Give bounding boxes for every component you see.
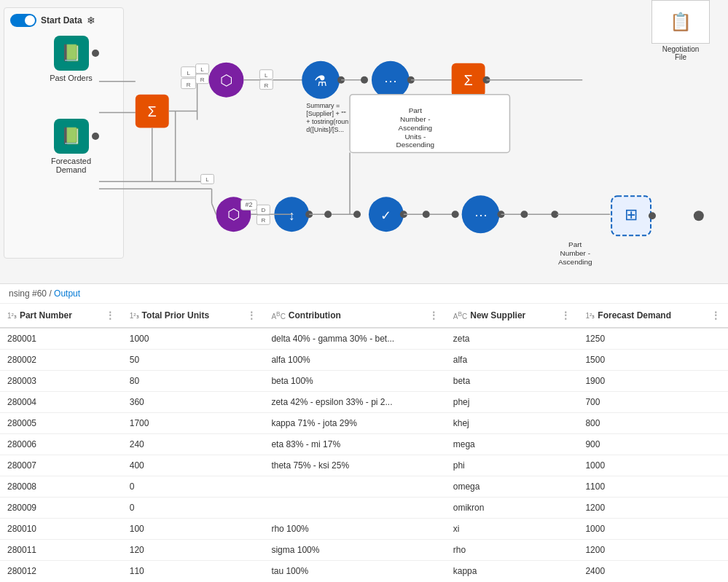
cell-new-supplier: omega xyxy=(446,476,579,498)
table-row[interactable]: 280009 0 omikron 1200 xyxy=(0,498,728,519)
cell-part-number: 280003 xyxy=(0,371,122,392)
cell-part-number: 280012 xyxy=(0,561,122,582)
col-contribution[interactable]: ABC Contribution ⋮ xyxy=(264,304,445,328)
cell-total-prior-units: 50 xyxy=(122,350,265,371)
table-area: nsing #60 / Output 1²₃ Part Number ⋮ xyxy=(0,284,728,582)
canvas-area: 📋 Negotiation File Start Data ❄ 📗 Past O… xyxy=(0,0,728,284)
col-total-prior-units-menu[interactable]: ⋮ xyxy=(246,310,257,321)
cell-total-prior-units: 0 xyxy=(122,498,265,519)
header-row: 1²₃ Part Number ⋮ 1²₃ Total Prior Units … xyxy=(0,304,728,328)
table-row[interactable]: 280011 120 sigma 100% rho 1200 xyxy=(0,540,728,561)
col-forecast-demand[interactable]: 1²₃ Forecast Demand ⋮ xyxy=(578,304,728,328)
svg-point-62 xyxy=(324,211,332,218)
table-row[interactable]: 280006 240 eta 83% - mi 17% mega 900 xyxy=(0,434,728,455)
svg-text:Ascending: Ascending xyxy=(558,258,592,266)
table-row[interactable]: 280001 1000 delta 40% - gamma 30% - bet.… xyxy=(0,328,728,350)
cell-new-supplier: kappa xyxy=(446,561,579,582)
col-new-supplier[interactable]: ABC New Supplier ⋮ xyxy=(446,304,579,328)
svg-text:Number -: Number - xyxy=(560,249,590,257)
cell-part-number: 280009 xyxy=(0,498,122,519)
col-new-supplier-menu[interactable]: ⋮ xyxy=(560,310,571,321)
svg-text:⊞: ⊞ xyxy=(625,205,638,224)
breadcrumb-link[interactable]: Output xyxy=(54,288,80,299)
cell-total-prior-units: 110 xyxy=(122,561,265,582)
col-total-prior-units-type: 1²₃ xyxy=(130,312,139,320)
cell-new-supplier: alfa xyxy=(446,350,579,371)
cell-forecast-demand: 800 xyxy=(578,413,728,434)
svg-text:R: R xyxy=(264,82,268,89)
col-contribution-label: Contribution xyxy=(289,310,341,321)
table-row[interactable]: 280007 400 theta 75% - ksi 25% phi 1000 xyxy=(0,455,728,476)
svg-text:R: R xyxy=(261,217,265,224)
cell-contribution: tau 100% xyxy=(264,561,445,582)
col-forecast-demand-label: Forecast Demand xyxy=(598,310,671,321)
cell-contribution xyxy=(264,476,445,498)
cell-part-number: 280008 xyxy=(0,476,122,498)
svg-text:⬡: ⬡ xyxy=(227,206,240,222)
table-row[interactable]: 280012 110 tau 100% kappa 2400 xyxy=(0,561,728,582)
svg-text:✓: ✓ xyxy=(380,208,391,223)
svg-text:L: L xyxy=(206,176,209,183)
table-header: 1²₃ Part Number ⋮ 1²₃ Total Prior Units … xyxy=(0,304,728,328)
col-part-number-menu[interactable]: ⋮ xyxy=(105,310,115,321)
svg-text:d([Units]/[S...: d([Units]/[S... xyxy=(306,126,344,133)
cell-new-supplier: zeta xyxy=(446,328,579,350)
col-contribution-menu[interactable]: ⋮ xyxy=(428,310,439,321)
svg-point-64 xyxy=(353,211,361,218)
svg-point-26 xyxy=(361,76,368,84)
cell-contribution: delta 40% - gamma 30% - bet... xyxy=(264,328,445,350)
cell-total-prior-units: 120 xyxy=(122,540,265,561)
col-forecast-demand-menu[interactable]: ⋮ xyxy=(711,310,721,321)
cell-contribution: theta 75% - ksi 25% xyxy=(264,455,445,476)
app-container: 📋 Negotiation File Start Data ❄ 📗 Past O… xyxy=(0,0,728,582)
cell-contribution: alfa 100% xyxy=(264,350,445,371)
cell-forecast-demand: 1200 xyxy=(578,540,728,561)
col-part-number[interactable]: 1²₃ Part Number ⋮ xyxy=(0,304,122,328)
cell-part-number: 280004 xyxy=(0,392,122,413)
cell-contribution: sigma 100% xyxy=(264,540,445,561)
breadcrumb: nsing #60 / Output xyxy=(0,284,728,304)
svg-text:⬡: ⬡ xyxy=(220,72,232,88)
cell-part-number: 280005 xyxy=(0,413,122,434)
svg-text:Ascending: Ascending xyxy=(399,124,433,132)
table-row[interactable]: 280005 1700 kappa 71% - jota 29% khej 80… xyxy=(0,413,728,434)
table-row[interactable]: 280008 0 omega 1100 xyxy=(0,476,728,498)
cell-forecast-demand: 900 xyxy=(578,434,728,455)
cell-contribution: zeta 42% - epsilon 33% - pi 2... xyxy=(264,392,445,413)
table-wrapper[interactable]: 1²₃ Part Number ⋮ 1²₃ Total Prior Units … xyxy=(0,304,728,581)
flow-svg: L R Σ L R ⬡ L R xyxy=(0,0,728,283)
table-row[interactable]: 280003 80 beta 100% beta 1900 xyxy=(0,371,728,392)
svg-text:#2: #2 xyxy=(245,201,252,208)
col-total-prior-units[interactable]: 1²₃ Total Prior Units ⋮ xyxy=(122,304,265,328)
svg-text:⋯: ⋯ xyxy=(474,208,488,222)
svg-text:R: R xyxy=(200,76,205,83)
cell-part-number: 280001 xyxy=(0,328,122,350)
col-new-supplier-label: New Supplier xyxy=(470,310,525,321)
cell-part-number: 280007 xyxy=(0,455,122,476)
svg-text:Σ: Σ xyxy=(148,103,157,119)
cell-forecast-demand: 1000 xyxy=(578,519,728,540)
data-table: 1²₃ Part Number ⋮ 1²₃ Total Prior Units … xyxy=(0,304,728,581)
svg-text:+ tostring(roun: + tostring(roun xyxy=(306,118,348,125)
svg-text:L: L xyxy=(265,72,268,79)
svg-text:D: D xyxy=(261,207,265,213)
svg-text:L: L xyxy=(187,70,190,76)
cell-total-prior-units: 240 xyxy=(122,434,265,455)
cell-part-number: 280002 xyxy=(0,350,122,371)
cell-total-prior-units: 360 xyxy=(122,392,265,413)
svg-text:⚗: ⚗ xyxy=(314,73,327,89)
table-row[interactable]: 280010 100 rho 100% xi 1000 xyxy=(0,519,728,540)
svg-point-82 xyxy=(649,212,656,219)
svg-text:[Supplier] + "": [Supplier] + "" xyxy=(306,110,345,117)
svg-text:R: R xyxy=(187,82,191,88)
svg-point-76 xyxy=(520,211,528,218)
svg-point-71 xyxy=(452,211,459,218)
cell-new-supplier: omikron xyxy=(446,498,579,519)
cell-contribution: kappa 71% - jota 29% xyxy=(264,413,445,434)
table-row[interactable]: 280002 50 alfa 100% alfa 1500 xyxy=(0,350,728,371)
svg-point-83 xyxy=(694,211,704,221)
cell-total-prior-units: 80 xyxy=(122,371,265,392)
cell-new-supplier: khej xyxy=(446,413,579,434)
cell-new-supplier: phi xyxy=(446,455,579,476)
table-row[interactable]: 280004 360 zeta 42% - epsilon 33% - pi 2… xyxy=(0,392,728,413)
